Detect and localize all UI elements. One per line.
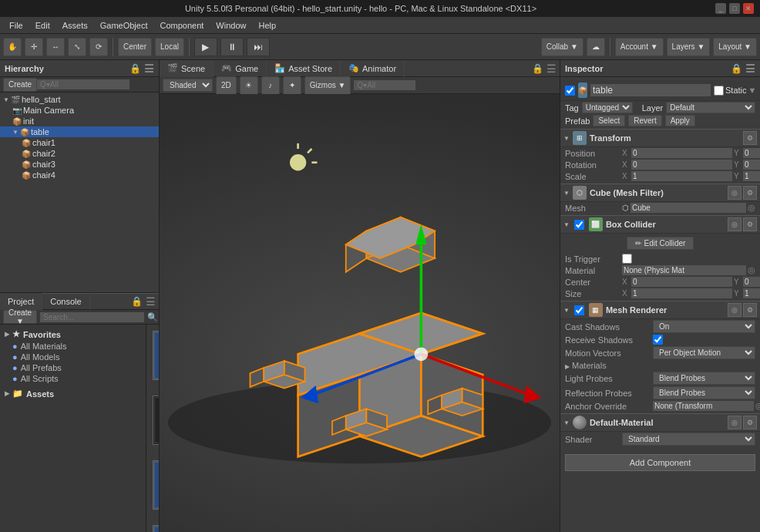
prefab-revert-btn[interactable]: Revert xyxy=(628,115,661,126)
rotate-tool-btn[interactable]: ↔ xyxy=(46,38,65,56)
effects-btn[interactable]: ✦ xyxy=(283,76,301,95)
add-component-btn[interactable]: Add Component xyxy=(565,454,755,471)
inspector-menu-icon[interactable]: ☰ xyxy=(745,62,755,75)
2d-btn[interactable]: 2D xyxy=(216,76,237,95)
box-collider-ref-icon[interactable]: ◎ xyxy=(728,217,742,231)
reflection-probes-dropdown[interactable]: Blend Probes xyxy=(653,386,755,399)
minimize-btn[interactable]: _ xyxy=(715,3,726,14)
menu-window[interactable]: Window xyxy=(210,19,252,32)
hierarchy-menu-icon[interactable]: ☰ xyxy=(144,62,154,75)
menu-edit[interactable]: Edit xyxy=(29,19,56,32)
tab-console[interactable]: Console xyxy=(42,293,89,310)
static-dropdown-icon[interactable]: ▼ xyxy=(748,86,757,95)
cast-shadows-dropdown[interactable]: On xyxy=(653,320,755,333)
hierarchy-search[interactable] xyxy=(37,79,129,89)
hier-item-init[interactable]: 📦 init xyxy=(0,116,159,126)
mesh-filter-settings-icon[interactable]: ⚙ xyxy=(743,186,757,200)
hier-item-table[interactable]: ▼ 📦 table xyxy=(0,126,159,137)
project-search[interactable] xyxy=(40,312,144,322)
move-tool-btn[interactable]: ✛ xyxy=(25,38,43,56)
proj-all-models[interactable]: ● All Models xyxy=(0,352,146,362)
step-btn[interactable]: ⏭ xyxy=(247,38,270,56)
transform-header[interactable]: ▼ ⊞ Transform ⚙ xyxy=(560,129,760,147)
project-create-btn[interactable]: Create ▼ xyxy=(3,310,37,324)
box-collider-header[interactable]: ▼ ⬜ Box Collider ◎ ⚙ xyxy=(560,215,760,234)
lighting-btn[interactable]: ☀ xyxy=(240,76,258,95)
asset-hello-start[interactable]: hello_start xyxy=(153,396,159,454)
tab-project[interactable]: Project xyxy=(0,293,42,310)
tab-scene[interactable]: 🎬 Scene xyxy=(160,60,214,77)
edit-collider-btn[interactable]: ✏ Edit Collider xyxy=(627,237,694,250)
tab-asset-store[interactable]: 🏪 Asset Store xyxy=(267,60,341,77)
material-header[interactable]: ▼ Default-Material ◎ ⚙ xyxy=(560,413,760,432)
proj-all-materials[interactable]: ● All Materials xyxy=(0,341,146,352)
menu-assets[interactable]: Assets xyxy=(56,19,94,32)
project-menu-icon[interactable]: ☰ xyxy=(146,295,156,308)
box-collider-enabled[interactable] xyxy=(574,220,584,230)
mesh-value-input[interactable] xyxy=(631,203,746,213)
scene-menu-icon[interactable]: ☰ xyxy=(546,62,557,75)
tag-dropdown[interactable]: Untagged xyxy=(582,102,633,113)
local-btn[interactable]: Local xyxy=(155,38,184,56)
scene-search[interactable] xyxy=(354,80,415,90)
maximize-btn[interactable]: □ xyxy=(729,3,740,14)
cy-input[interactable] xyxy=(743,277,760,287)
menu-help[interactable]: Help xyxy=(252,19,282,32)
cx-input[interactable] xyxy=(631,277,732,287)
hier-item-hello-start[interactable]: ▼ 🎬 hello_start xyxy=(0,94,159,105)
mesh-renderer-ref-icon[interactable]: ◎ xyxy=(728,303,742,317)
rot-x-input[interactable] xyxy=(631,160,732,170)
material-ref-icon[interactable]: ◎ xyxy=(728,416,742,429)
light-probes-dropdown[interactable]: Blend Probes xyxy=(653,372,755,385)
asset-camerabeh[interactable]: C# CameraBeh xyxy=(153,331,159,389)
prefab-apply-btn[interactable]: Apply xyxy=(665,115,695,126)
scale-y-input[interactable] xyxy=(743,171,760,181)
proj-all-scripts[interactable]: ● All Scripts xyxy=(0,373,146,384)
proj-all-prefabs[interactable]: ● All Prefabs xyxy=(0,362,146,373)
material-target-icon[interactable]: ◎ xyxy=(748,265,755,275)
pos-y-input[interactable] xyxy=(743,148,760,158)
anchor-value-input[interactable] xyxy=(653,401,754,411)
hand-tool-btn[interactable]: ✋ xyxy=(3,38,22,56)
tab-animator[interactable]: 🎭 Animator xyxy=(341,60,405,77)
layer-dropdown[interactable]: Default xyxy=(666,102,755,113)
hier-item-chair3[interactable]: 📦 chair3 xyxy=(0,159,159,170)
asset-initbeh-an[interactable]: C# InitBeh_an... xyxy=(153,525,159,532)
play-btn[interactable]: ▶ xyxy=(194,38,217,56)
layout-btn[interactable]: Layout ▼ xyxy=(713,38,757,56)
shaded-dropdown[interactable]: Shaded xyxy=(163,79,213,92)
mesh-filter-header[interactable]: ▼ ⬡ Cube (Mesh Filter) ◎ ⚙ xyxy=(560,184,760,202)
mesh-target-icon[interactable]: ◎ xyxy=(748,203,755,213)
material-value-input[interactable] xyxy=(622,265,746,275)
rot-y-input[interactable] xyxy=(743,160,760,170)
cloud-btn[interactable]: ☁ xyxy=(587,38,605,56)
scale-x-input[interactable] xyxy=(631,171,732,181)
material-settings-icon[interactable]: ⚙ xyxy=(743,416,757,429)
account-btn[interactable]: Account ▼ xyxy=(615,38,664,56)
menu-file[interactable]: File xyxy=(3,19,29,32)
mesh-renderer-enabled[interactable] xyxy=(574,305,584,315)
collab-btn[interactable]: Collab ▼ xyxy=(541,38,583,56)
box-collider-settings-icon[interactable]: ⚙ xyxy=(743,217,757,231)
object-name-input[interactable] xyxy=(590,84,711,96)
layers-btn[interactable]: Layers ▼ xyxy=(667,38,711,56)
transform-settings-icon[interactable]: ⚙ xyxy=(743,131,757,145)
is-trigger-checkbox[interactable] xyxy=(622,254,632,264)
gizmos-btn[interactable]: Gizmos ▼ xyxy=(304,76,351,95)
close-btn[interactable]: ✕ xyxy=(743,3,754,14)
scale-tool-btn[interactable]: ⤡ xyxy=(68,38,86,56)
mesh-renderer-header[interactable]: ▼ ▦ Mesh Renderer ◎ ⚙ xyxy=(560,301,760,319)
sy-input[interactable] xyxy=(743,288,760,298)
hierarchy-create-btn[interactable]: Create xyxy=(3,78,37,92)
static-checkbox[interactable] xyxy=(714,86,724,96)
shader-dropdown[interactable]: Standard xyxy=(622,433,755,446)
receive-shadows-checkbox[interactable] xyxy=(653,335,663,345)
hier-item-chair2[interactable]: 📦 chair2 xyxy=(0,148,159,159)
menu-component[interactable]: Component xyxy=(153,19,210,32)
hier-item-chair1[interactable]: 📦 chair1 xyxy=(0,137,159,148)
hier-item-main-camera[interactable]: 📷 Main Camera xyxy=(0,105,159,116)
pause-btn[interactable]: ⏸ xyxy=(220,38,244,56)
mesh-filter-ref-icon[interactable]: ◎ xyxy=(728,186,742,200)
motion-vectors-dropdown[interactable]: Per Object Motion xyxy=(653,346,755,359)
prefab-select-btn[interactable]: Select xyxy=(593,115,625,126)
